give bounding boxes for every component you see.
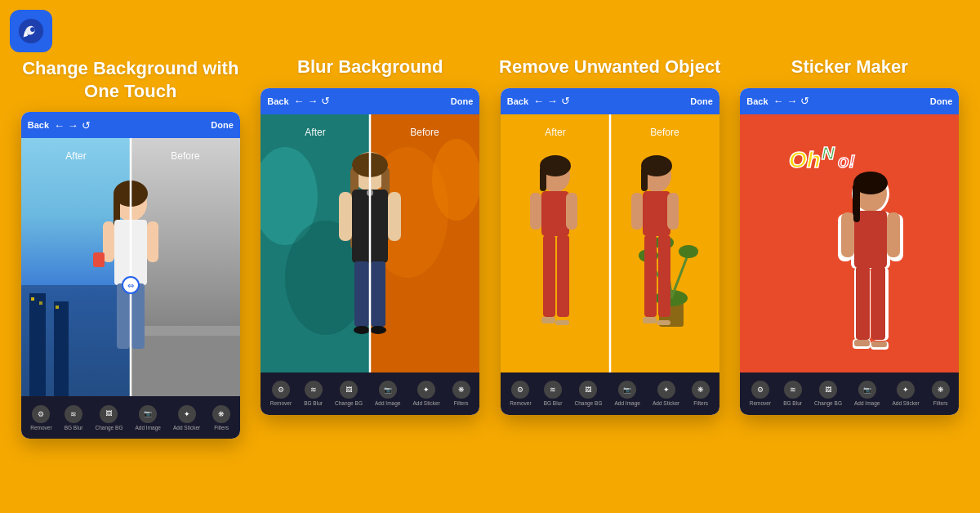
svg-text:⇔: ⇔ (127, 281, 134, 290)
toolbar-remover-3[interactable]: ⚙ Remover (510, 381, 531, 406)
svg-rect-8 (131, 334, 240, 396)
back-label-2[interactable]: Back (267, 96, 288, 106)
svg-rect-38 (354, 261, 369, 327)
image-area-2: After Before (261, 114, 479, 372)
toolbar-addimage-2[interactable]: 📷 Add Image (375, 381, 400, 406)
svg-rect-6 (39, 301, 42, 305)
toolbar-addimage-4[interactable]: 📷 Add Image (854, 381, 880, 406)
toolbar-bgblur-4[interactable]: ≋ BG Blur (783, 381, 802, 406)
back-label-3[interactable]: Back (507, 96, 528, 106)
svg-rect-51 (566, 193, 577, 230)
svg-rect-69 (667, 193, 679, 230)
phone-mockup-sticker-maker: Back ← → ↺ Done Oh N o! (740, 88, 959, 415)
svg-rect-68 (631, 193, 643, 230)
done-label-3[interactable]: Done (690, 96, 713, 106)
feature-blur-bg: Blur Background Back ← → ↺ Done (255, 16, 487, 415)
svg-rect-39 (371, 261, 385, 327)
toolbar-changebg-1[interactable]: 🖼 Change BG (95, 405, 122, 430)
svg-text:Oh: Oh (789, 147, 821, 172)
svg-text:N: N (822, 143, 835, 163)
image-area-3: After Before (501, 114, 719, 372)
toolbar-remover-1[interactable]: ⚙ Remover (30, 405, 51, 430)
toolbar-bgblur-3[interactable]: ≋ BG Blur (544, 381, 563, 406)
phone-mockup-blur-bg: Back ← → ↺ Done (261, 88, 479, 415)
features-container: Change Background with One Touch Back ← … (0, 0, 980, 513)
back-label-4[interactable]: Back (746, 96, 768, 106)
svg-rect-70 (644, 235, 657, 317)
svg-rect-54 (541, 317, 555, 323)
toolbar-changebg-4[interactable]: 🖼 Change BG (814, 381, 842, 406)
undo-4[interactable]: ↺ (800, 95, 809, 107)
svg-rect-7 (56, 306, 59, 309)
image-area-4: Oh N o! (740, 114, 959, 372)
svg-rect-55 (555, 320, 569, 325)
toolbar-addsticker-2[interactable]: ✦ Add Sticker (412, 381, 439, 406)
phone-topbar-1: Back ← → ↺ Done (21, 112, 240, 138)
undo-2[interactable]: ↺ (321, 95, 330, 107)
svg-rect-4 (54, 301, 69, 396)
done-label-2[interactable]: Done (451, 96, 474, 106)
toolbar-filters-2[interactable]: ❋ Filters (452, 381, 470, 406)
feature-title-sticker-maker: Sticker Maker (791, 56, 908, 78)
toolbar-addimage-3[interactable]: 📷 Add Image (614, 381, 639, 406)
svg-rect-94 (887, 212, 900, 257)
toolbar-bgblur-1[interactable]: ≋ BG Blur (65, 405, 83, 430)
svg-rect-67 (643, 191, 670, 236)
feature-remove-object: Remove Unwanted Object Back ← → ↺ Done (494, 16, 726, 415)
svg-text:Before: Before (171, 150, 200, 162)
back-label-1[interactable]: Back (28, 120, 49, 130)
toolbar-addimage-1[interactable]: 📷 Add Image (135, 405, 160, 430)
toolbar-changebg-2[interactable]: 🖼 Change BG (335, 381, 363, 406)
svg-rect-36 (388, 192, 401, 241)
svg-rect-96 (871, 266, 885, 340)
svg-rect-98 (871, 341, 887, 347)
svg-point-41 (370, 326, 386, 334)
svg-text:Before: Before (411, 127, 440, 138)
svg-rect-3 (29, 293, 46, 396)
arrows-2: ← → (294, 95, 318, 107)
svg-text:After: After (305, 127, 326, 138)
svg-point-29 (432, 139, 479, 221)
svg-point-62 (679, 245, 698, 258)
svg-rect-35 (339, 192, 352, 241)
svg-rect-71 (658, 235, 670, 317)
phone-toolbar-3: ⚙ Remover ≋ BG Blur 🖼 Change BG 📷 Add Im… (501, 372, 719, 415)
done-label-1[interactable]: Done (211, 120, 234, 130)
svg-rect-53 (557, 235, 569, 317)
feature-title-change-bg: Change Background with One Touch (15, 57, 247, 102)
phone-mockup-change-bg: Back ← → ↺ Done (21, 112, 240, 439)
toolbar-bgblur-2[interactable]: ≋ BG Blur (304, 381, 323, 406)
toolbar-filters-1[interactable]: ❋ Filters (212, 405, 230, 430)
svg-text:After: After (65, 150, 86, 162)
svg-rect-97 (854, 340, 870, 346)
svg-rect-14 (103, 221, 114, 262)
svg-rect-73 (657, 320, 670, 325)
toolbar-addsticker-3[interactable]: ✦ Add Sticker (653, 381, 679, 406)
svg-rect-50 (530, 193, 541, 230)
toolbar-changebg-3[interactable]: 🖼 Change BG (574, 381, 602, 406)
svg-rect-49 (541, 191, 569, 236)
done-label-4[interactable]: Done (930, 96, 953, 106)
svg-rect-93 (841, 212, 854, 257)
phone-topbar-2: Back ← → ↺ Done (261, 88, 479, 114)
svg-rect-15 (147, 221, 158, 262)
arrows-4: ← → (773, 95, 798, 107)
toolbar-addsticker-1[interactable]: ✦ Add Sticker (173, 405, 200, 430)
toolbar-filters-4[interactable]: ❋ Filters (932, 381, 950, 406)
toolbar-remover-2[interactable]: ⚙ Remover (270, 381, 292, 406)
svg-rect-9 (131, 326, 240, 336)
phone-topbar-3: Back ← → ↺ Done (501, 88, 719, 114)
svg-rect-99 (853, 185, 860, 222)
toolbar-remover-4[interactable]: ⚙ Remover (750, 381, 771, 406)
toolbar-filters-3[interactable]: ❋ Filters (692, 381, 710, 406)
phone-toolbar-1: ⚙ Remover ≋ BG Blur 🖼 Change BG 📷 Add Im… (21, 396, 240, 439)
svg-text:Before: Before (650, 127, 679, 138)
svg-rect-48 (540, 167, 546, 191)
feature-title-blur-bg: Blur Background (297, 56, 443, 78)
toolbar-addsticker-4[interactable]: ✦ Add Sticker (892, 381, 919, 406)
arrows-3: ← → (533, 95, 558, 107)
svg-rect-72 (643, 317, 657, 323)
undo-1[interactable]: ↺ (82, 119, 91, 132)
undo-3[interactable]: ↺ (561, 95, 570, 107)
svg-text:o!: o! (838, 151, 855, 172)
